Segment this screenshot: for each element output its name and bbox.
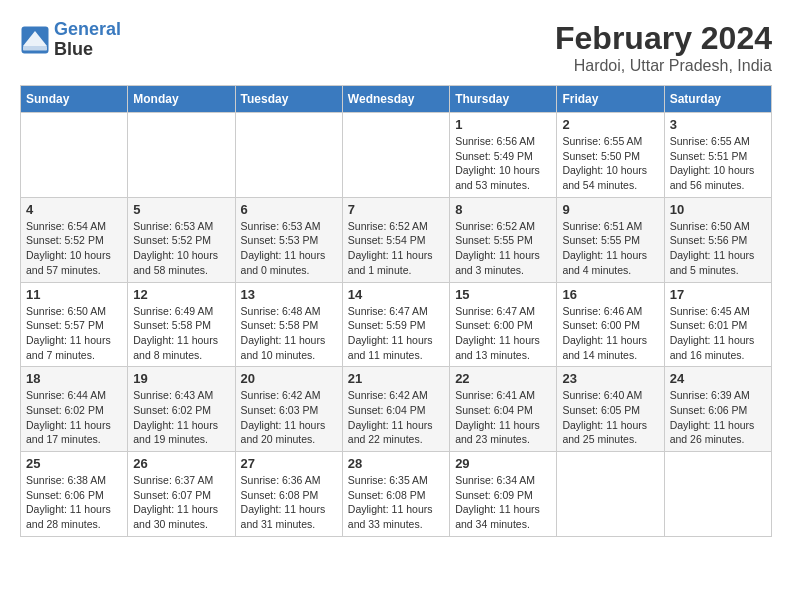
calendar-cell: 5Sunrise: 6:53 AM Sunset: 5:52 PM Daylig… (128, 197, 235, 282)
calendar-cell: 6Sunrise: 6:53 AM Sunset: 5:53 PM Daylig… (235, 197, 342, 282)
month-title: February 2024 (555, 20, 772, 57)
weekday-header-sunday: Sunday (21, 86, 128, 113)
day-info: Sunrise: 6:53 AM Sunset: 5:52 PM Dayligh… (133, 219, 229, 278)
calendar-cell: 3Sunrise: 6:55 AM Sunset: 5:51 PM Daylig… (664, 113, 771, 198)
day-number: 22 (455, 371, 551, 386)
day-number: 9 (562, 202, 658, 217)
calendar-cell: 29Sunrise: 6:34 AM Sunset: 6:09 PM Dayli… (450, 452, 557, 537)
calendar-cell: 15Sunrise: 6:47 AM Sunset: 6:00 PM Dayli… (450, 282, 557, 367)
day-info: Sunrise: 6:49 AM Sunset: 5:58 PM Dayligh… (133, 304, 229, 363)
day-number: 10 (670, 202, 766, 217)
calendar-week-2: 4Sunrise: 6:54 AM Sunset: 5:52 PM Daylig… (21, 197, 772, 282)
day-number: 6 (241, 202, 337, 217)
calendar-cell: 23Sunrise: 6:40 AM Sunset: 6:05 PM Dayli… (557, 367, 664, 452)
calendar-cell: 25Sunrise: 6:38 AM Sunset: 6:06 PM Dayli… (21, 452, 128, 537)
day-number: 8 (455, 202, 551, 217)
day-number: 15 (455, 287, 551, 302)
calendar-cell (664, 452, 771, 537)
location-subtitle: Hardoi, Uttar Pradesh, India (555, 57, 772, 75)
day-info: Sunrise: 6:51 AM Sunset: 5:55 PM Dayligh… (562, 219, 658, 278)
calendar-cell (21, 113, 128, 198)
day-info: Sunrise: 6:42 AM Sunset: 6:04 PM Dayligh… (348, 388, 444, 447)
day-info: Sunrise: 6:44 AM Sunset: 6:02 PM Dayligh… (26, 388, 122, 447)
day-info: Sunrise: 6:34 AM Sunset: 6:09 PM Dayligh… (455, 473, 551, 532)
day-info: Sunrise: 6:53 AM Sunset: 5:53 PM Dayligh… (241, 219, 337, 278)
calendar-cell: 17Sunrise: 6:45 AM Sunset: 6:01 PM Dayli… (664, 282, 771, 367)
calendar-cell (235, 113, 342, 198)
weekday-header-row: SundayMondayTuesdayWednesdayThursdayFrid… (21, 86, 772, 113)
day-number: 2 (562, 117, 658, 132)
day-info: Sunrise: 6:48 AM Sunset: 5:58 PM Dayligh… (241, 304, 337, 363)
title-area: February 2024 Hardoi, Uttar Pradesh, Ind… (555, 20, 772, 75)
calendar-week-3: 11Sunrise: 6:50 AM Sunset: 5:57 PM Dayli… (21, 282, 772, 367)
day-info: Sunrise: 6:38 AM Sunset: 6:06 PM Dayligh… (26, 473, 122, 532)
calendar-cell: 27Sunrise: 6:36 AM Sunset: 6:08 PM Dayli… (235, 452, 342, 537)
calendar-cell: 28Sunrise: 6:35 AM Sunset: 6:08 PM Dayli… (342, 452, 449, 537)
day-number: 13 (241, 287, 337, 302)
calendar-cell: 13Sunrise: 6:48 AM Sunset: 5:58 PM Dayli… (235, 282, 342, 367)
weekday-header-friday: Friday (557, 86, 664, 113)
day-number: 7 (348, 202, 444, 217)
day-info: Sunrise: 6:42 AM Sunset: 6:03 PM Dayligh… (241, 388, 337, 447)
day-number: 24 (670, 371, 766, 386)
day-info: Sunrise: 6:55 AM Sunset: 5:50 PM Dayligh… (562, 134, 658, 193)
calendar-cell: 8Sunrise: 6:52 AM Sunset: 5:55 PM Daylig… (450, 197, 557, 282)
calendar-cell: 24Sunrise: 6:39 AM Sunset: 6:06 PM Dayli… (664, 367, 771, 452)
day-number: 21 (348, 371, 444, 386)
calendar-cell: 12Sunrise: 6:49 AM Sunset: 5:58 PM Dayli… (128, 282, 235, 367)
day-info: Sunrise: 6:50 AM Sunset: 5:56 PM Dayligh… (670, 219, 766, 278)
day-number: 25 (26, 456, 122, 471)
day-info: Sunrise: 6:52 AM Sunset: 5:55 PM Dayligh… (455, 219, 551, 278)
day-info: Sunrise: 6:40 AM Sunset: 6:05 PM Dayligh… (562, 388, 658, 447)
day-info: Sunrise: 6:41 AM Sunset: 6:04 PM Dayligh… (455, 388, 551, 447)
calendar-cell: 19Sunrise: 6:43 AM Sunset: 6:02 PM Dayli… (128, 367, 235, 452)
day-number: 26 (133, 456, 229, 471)
weekday-header-monday: Monday (128, 86, 235, 113)
day-info: Sunrise: 6:56 AM Sunset: 5:49 PM Dayligh… (455, 134, 551, 193)
day-number: 1 (455, 117, 551, 132)
svg-rect-2 (23, 46, 47, 51)
calendar-cell: 20Sunrise: 6:42 AM Sunset: 6:03 PM Dayli… (235, 367, 342, 452)
calendar-cell (128, 113, 235, 198)
calendar-cell (557, 452, 664, 537)
day-number: 12 (133, 287, 229, 302)
weekday-header-saturday: Saturday (664, 86, 771, 113)
day-info: Sunrise: 6:47 AM Sunset: 5:59 PM Dayligh… (348, 304, 444, 363)
day-info: Sunrise: 6:39 AM Sunset: 6:06 PM Dayligh… (670, 388, 766, 447)
day-number: 16 (562, 287, 658, 302)
calendar-cell: 11Sunrise: 6:50 AM Sunset: 5:57 PM Dayli… (21, 282, 128, 367)
logo-text: General Blue (54, 20, 121, 60)
day-info: Sunrise: 6:37 AM Sunset: 6:07 PM Dayligh… (133, 473, 229, 532)
weekday-header-thursday: Thursday (450, 86, 557, 113)
day-info: Sunrise: 6:35 AM Sunset: 6:08 PM Dayligh… (348, 473, 444, 532)
calendar-cell: 2Sunrise: 6:55 AM Sunset: 5:50 PM Daylig… (557, 113, 664, 198)
day-number: 23 (562, 371, 658, 386)
day-number: 4 (26, 202, 122, 217)
day-info: Sunrise: 6:45 AM Sunset: 6:01 PM Dayligh… (670, 304, 766, 363)
calendar-table: SundayMondayTuesdayWednesdayThursdayFrid… (20, 85, 772, 537)
day-info: Sunrise: 6:46 AM Sunset: 6:00 PM Dayligh… (562, 304, 658, 363)
logo-icon (20, 25, 50, 55)
day-info: Sunrise: 6:55 AM Sunset: 5:51 PM Dayligh… (670, 134, 766, 193)
day-number: 14 (348, 287, 444, 302)
day-info: Sunrise: 6:52 AM Sunset: 5:54 PM Dayligh… (348, 219, 444, 278)
day-number: 5 (133, 202, 229, 217)
day-number: 17 (670, 287, 766, 302)
day-info: Sunrise: 6:36 AM Sunset: 6:08 PM Dayligh… (241, 473, 337, 532)
day-info: Sunrise: 6:43 AM Sunset: 6:02 PM Dayligh… (133, 388, 229, 447)
calendar-week-1: 1Sunrise: 6:56 AM Sunset: 5:49 PM Daylig… (21, 113, 772, 198)
calendar-cell: 10Sunrise: 6:50 AM Sunset: 5:56 PM Dayli… (664, 197, 771, 282)
day-number: 28 (348, 456, 444, 471)
day-info: Sunrise: 6:47 AM Sunset: 6:00 PM Dayligh… (455, 304, 551, 363)
day-number: 18 (26, 371, 122, 386)
calendar-cell: 1Sunrise: 6:56 AM Sunset: 5:49 PM Daylig… (450, 113, 557, 198)
calendar-cell: 16Sunrise: 6:46 AM Sunset: 6:00 PM Dayli… (557, 282, 664, 367)
page-header: General Blue February 2024 Hardoi, Uttar… (20, 20, 772, 75)
calendar-cell: 18Sunrise: 6:44 AM Sunset: 6:02 PM Dayli… (21, 367, 128, 452)
day-number: 29 (455, 456, 551, 471)
day-number: 19 (133, 371, 229, 386)
weekday-header-wednesday: Wednesday (342, 86, 449, 113)
calendar-week-5: 25Sunrise: 6:38 AM Sunset: 6:06 PM Dayli… (21, 452, 772, 537)
logo: General Blue (20, 20, 121, 60)
day-info: Sunrise: 6:50 AM Sunset: 5:57 PM Dayligh… (26, 304, 122, 363)
